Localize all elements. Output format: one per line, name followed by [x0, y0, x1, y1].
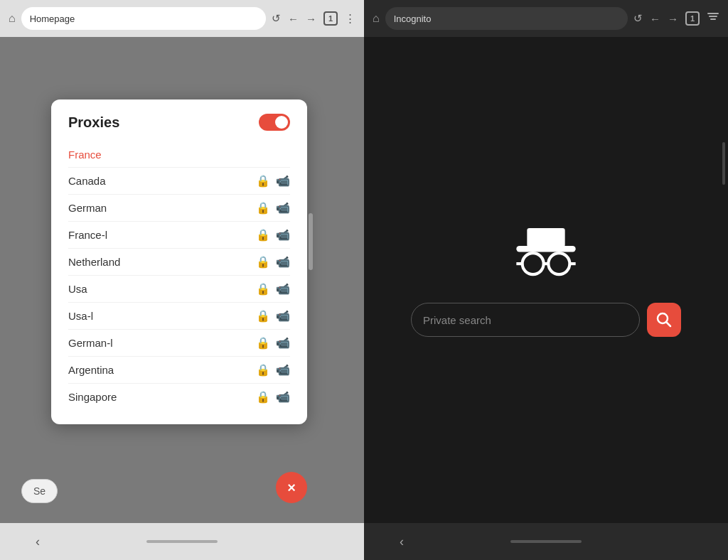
- proxy-icons-usa-l: 🔒 📹: [256, 309, 290, 323]
- camera-icon[interactable]: 📹: [276, 363, 290, 377]
- scroll-indicator: [309, 213, 313, 270]
- svg-rect-4: [527, 228, 564, 247]
- proxy-icons-canada: 🔒 📹: [256, 174, 290, 188]
- proxies-title: Proxies: [68, 114, 119, 131]
- svg-line-11: [666, 322, 670, 326]
- camera-icon[interactable]: 📹: [276, 390, 290, 404]
- settings-icon-right[interactable]: [707, 11, 719, 26]
- menu-icon[interactable]: ⋮: [345, 12, 355, 25]
- proxy-name-german-l: German-l: [68, 337, 256, 349]
- list-item[interactable]: Canada 🔒 📹: [68, 168, 290, 195]
- proxy-name-netherland: Netherland: [68, 256, 256, 268]
- lock-icon[interactable]: 🔒: [256, 255, 270, 269]
- search-placeholder: Private search: [423, 314, 491, 326]
- list-item[interactable]: Usa 🔒 📹: [68, 276, 290, 303]
- list-item[interactable]: Argentina 🔒 📹: [68, 357, 290, 384]
- svg-point-5: [523, 253, 544, 274]
- proxy-icons-german-l: 🔒 📹: [256, 336, 290, 350]
- right-tab-count[interactable]: 1: [685, 11, 700, 26]
- list-item[interactable]: Netherland 🔒 📹: [68, 249, 290, 276]
- proxy-icons-singapore: 🔒 📹: [256, 390, 290, 404]
- proxy-icons-german: 🔒 📹: [256, 201, 290, 215]
- svg-point-6: [548, 253, 569, 274]
- incognito-svg: [510, 223, 582, 280]
- incognito-icon: [510, 223, 582, 280]
- left-bottom-bar: ‹: [0, 523, 364, 560]
- camera-icon[interactable]: 📹: [276, 336, 290, 350]
- camera-icon[interactable]: 📹: [276, 228, 290, 242]
- proxy-name-german: German: [68, 202, 256, 214]
- proxy-icons-argentina: 🔒 📹: [256, 363, 290, 377]
- se-button[interactable]: Se: [21, 479, 58, 503]
- lock-icon[interactable]: 🔒: [256, 336, 270, 350]
- list-item[interactable]: German-l 🔒 📹: [68, 330, 290, 357]
- lock-icon[interactable]: 🔒: [256, 309, 270, 323]
- lock-icon[interactable]: 🔒: [256, 282, 270, 296]
- search-row: Private search: [411, 303, 681, 337]
- right-nav-icons: ↺ ← → 1: [633, 11, 719, 26]
- search-input-wrapper[interactable]: Private search: [411, 303, 640, 337]
- forward-icon[interactable]: →: [306, 13, 316, 25]
- camera-icon[interactable]: 📹: [276, 309, 290, 323]
- proxies-toggle[interactable]: [259, 114, 290, 131]
- proxy-icons-usa: 🔒 📹: [256, 282, 290, 296]
- svg-rect-0: [707, 13, 719, 14]
- right-address-bar[interactable]: Incognito: [385, 7, 628, 30]
- camera-icon[interactable]: 📹: [276, 201, 290, 215]
- home-icon[interactable]: ⌂: [9, 12, 16, 25]
- right-panel: ⌂ Incognito ↺ ← → 1: [364, 0, 728, 560]
- right-scroll-indicator: [722, 142, 725, 185]
- right-address-text: Incognito: [394, 14, 432, 24]
- proxy-name-france: France: [68, 149, 290, 161]
- search-button[interactable]: [647, 303, 681, 337]
- left-browser-bar: ⌂ Homepage ↺ ← → 1 ⋮: [0, 0, 364, 37]
- lock-icon[interactable]: 🔒: [256, 390, 270, 404]
- incognito-content: Private search: [364, 37, 728, 523]
- proxies-header: Proxies: [68, 114, 290, 131]
- home-indicator: [146, 540, 218, 543]
- back-icon[interactable]: ←: [288, 13, 299, 25]
- svg-rect-1: [709, 16, 717, 17]
- back-icon-right[interactable]: ←: [650, 13, 660, 25]
- list-item[interactable]: France-l 🔒 📹: [68, 222, 290, 249]
- proxy-icons-france-l: 🔒 📹: [256, 228, 290, 242]
- left-address-bar[interactable]: Homepage: [21, 7, 266, 30]
- right-home-indicator: [510, 540, 582, 543]
- camera-icon[interactable]: 📹: [276, 282, 290, 296]
- home-icon-right[interactable]: ⌂: [373, 12, 380, 25]
- list-item[interactable]: Usa-l 🔒 📹: [68, 303, 290, 330]
- reload-icon-right[interactable]: ↺: [633, 12, 643, 25]
- tab-count[interactable]: 1: [323, 11, 338, 26]
- list-item[interactable]: German 🔒 📹: [68, 195, 290, 222]
- svg-rect-2: [710, 18, 716, 20]
- right-bottom-back-icon[interactable]: ‹: [400, 534, 404, 549]
- right-bottom-bar: ‹: [364, 523, 728, 560]
- lock-icon[interactable]: 🔒: [256, 363, 270, 377]
- left-panel: ⌂ Homepage ↺ ← → 1 ⋮ Proxies France Cana…: [0, 0, 364, 560]
- proxies-modal: Proxies France Canada 🔒 📹 German 🔒 📹: [51, 99, 307, 424]
- left-address-text: Homepage: [30, 14, 75, 24]
- list-item[interactable]: France: [68, 142, 290, 168]
- lock-icon[interactable]: 🔒: [256, 201, 270, 215]
- proxy-icons-netherland: 🔒 📹: [256, 255, 290, 269]
- proxy-name-usa-l: Usa-l: [68, 310, 256, 322]
- camera-icon[interactable]: 📹: [276, 255, 290, 269]
- proxy-name-argentina: Argentina: [68, 364, 256, 376]
- proxy-name-singapore: Singapore: [68, 391, 256, 403]
- proxy-list: France Canada 🔒 📹 German 🔒 📹 France-l: [68, 142, 290, 410]
- left-nav-icons: ↺ ← → 1 ⋮: [272, 11, 355, 26]
- forward-icon-right[interactable]: →: [668, 13, 678, 25]
- right-browser-bar: ⌂ Incognito ↺ ← → 1: [364, 0, 728, 37]
- reload-icon[interactable]: ↺: [272, 12, 281, 25]
- proxy-name-canada: Canada: [68, 175, 256, 187]
- bottom-back-icon[interactable]: ‹: [36, 534, 40, 549]
- lock-icon[interactable]: 🔒: [256, 174, 270, 188]
- list-item[interactable]: Singapore 🔒 📹: [68, 384, 290, 410]
- lock-icon[interactable]: 🔒: [256, 228, 270, 242]
- camera-icon[interactable]: 📹: [276, 174, 290, 188]
- proxy-name-usa: Usa: [68, 283, 256, 295]
- proxy-name-france-l: France-l: [68, 229, 256, 241]
- red-circle-button[interactable]: ×: [276, 472, 307, 503]
